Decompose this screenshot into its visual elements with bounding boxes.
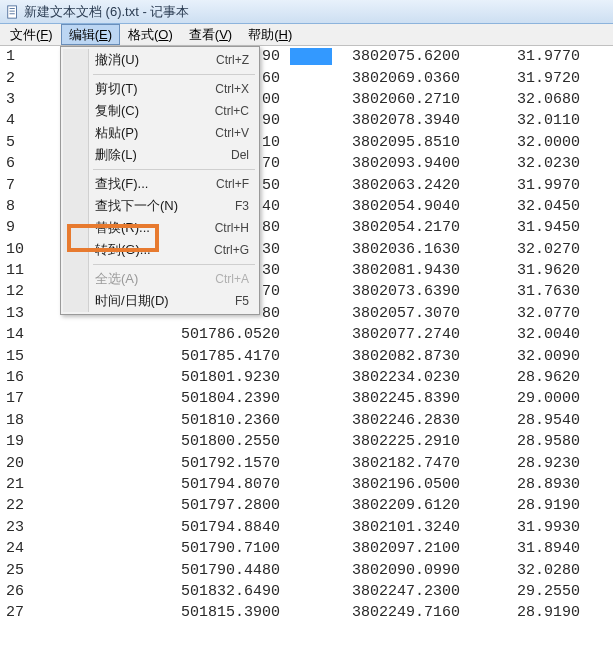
col2-value: 3802077.2740 — [290, 326, 470, 343]
line-number: 20 — [0, 455, 40, 472]
line-number: 22 — [0, 497, 40, 514]
line-number: 13 — [0, 305, 40, 322]
line-number: 25 — [0, 562, 40, 579]
col2-value: 3802209.6120 — [290, 497, 470, 514]
col1-value: 501800.2550 — [40, 433, 290, 450]
line-number: 9 — [0, 219, 40, 236]
col2-value: 3802095.8510 — [290, 134, 470, 151]
edit-undo[interactable]: 撤消(U) Ctrl+Z — [63, 49, 257, 71]
col3-value: 32.0280 — [470, 562, 590, 579]
col1-value: 501815.3900 — [40, 604, 290, 621]
text-line: 19501800.25503802225.291028.9580 — [0, 431, 613, 452]
line-number: 7 — [0, 177, 40, 194]
col1-value: 501794.8840 — [40, 519, 290, 536]
text-line: 27501815.39003802249.716028.9190 — [0, 602, 613, 623]
col3-value: 31.9770 — [470, 48, 590, 65]
line-number: 26 — [0, 583, 40, 600]
col2-value: 3802036.1630 — [290, 241, 470, 258]
col3-value: 32.0450 — [470, 198, 590, 215]
col3-value: 28.9190 — [470, 604, 590, 621]
text-line: 23501794.88403802101.324031.9930 — [0, 517, 613, 538]
col3-value: 29.2550 — [470, 583, 590, 600]
line-number: 2 — [0, 70, 40, 87]
col2-value: 3802078.3940 — [290, 112, 470, 129]
line-number: 6 — [0, 155, 40, 172]
col3-value: 28.9580 — [470, 433, 590, 450]
col1-value: 501792.1570 — [40, 455, 290, 472]
col3-value: 31.8940 — [470, 540, 590, 557]
col2-value: 3802234.0230 — [290, 369, 470, 386]
edit-paste[interactable]: 粘贴(P) Ctrl+V — [63, 122, 257, 144]
menu-view[interactable]: 查看(V) — [181, 24, 240, 45]
menu-file[interactable]: 文件(F) — [2, 24, 61, 45]
col2-value: 3802101.3240 — [290, 519, 470, 536]
col1-value: 501790.7100 — [40, 540, 290, 557]
text-line: 15501785.41703802082.873032.0090 — [0, 345, 613, 366]
col3-value: 32.0270 — [470, 241, 590, 258]
col1-value: 501786.0520 — [40, 326, 290, 343]
col3-value: 28.9230 — [470, 455, 590, 472]
col1-value: 501804.2390 — [40, 390, 290, 407]
col3-value: 32.0110 — [470, 112, 590, 129]
col1-value: 501785.4170 — [40, 348, 290, 365]
line-number: 14 — [0, 326, 40, 343]
col2-value: 3802245.8390 — [290, 390, 470, 407]
notepad-icon — [6, 5, 20, 19]
line-number: 17 — [0, 390, 40, 407]
col2-value: 3802196.0500 — [290, 476, 470, 493]
col3-value: 28.8930 — [470, 476, 590, 493]
line-number: 10 — [0, 241, 40, 258]
edit-dropdown: 撤消(U) Ctrl+Z 剪切(T) Ctrl+X 复制(C) Ctrl+C 粘… — [60, 46, 260, 315]
menu-format[interactable]: 格式(O) — [120, 24, 181, 45]
col3-value: 32.0770 — [470, 305, 590, 322]
col2-value: 3802090.0990 — [290, 562, 470, 579]
line-number: 11 — [0, 262, 40, 279]
line-number: 16 — [0, 369, 40, 386]
edit-find[interactable]: 查找(F)... Ctrl+F — [63, 173, 257, 195]
svg-rect-0 — [8, 5, 17, 17]
col2-value: 3802249.7160 — [290, 604, 470, 621]
line-number: 24 — [0, 540, 40, 557]
col2-value: 3802081.9430 — [290, 262, 470, 279]
text-line: 16501801.92303802234.023028.9620 — [0, 367, 613, 388]
edit-replace[interactable]: 替换(R)... Ctrl+H — [63, 217, 257, 239]
col2-value: 3802054.9040 — [290, 198, 470, 215]
col1-value: 501797.2800 — [40, 497, 290, 514]
edit-delete[interactable]: 删除(L) Del — [63, 144, 257, 166]
edit-cut[interactable]: 剪切(T) Ctrl+X — [63, 78, 257, 100]
col2-value: 3802246.2830 — [290, 412, 470, 429]
edit-time-date[interactable]: 时间/日期(D) F5 — [63, 290, 257, 312]
edit-select-all[interactable]: 全选(A) Ctrl+A — [63, 268, 257, 290]
edit-copy[interactable]: 复制(C) Ctrl+C — [63, 100, 257, 122]
col2-value: 3802075.6200 — [332, 48, 470, 65]
col3-value: 32.0000 — [470, 134, 590, 151]
col2-value: 3802225.2910 — [290, 433, 470, 450]
col1-value: 501790.4480 — [40, 562, 290, 579]
line-number: 15 — [0, 348, 40, 365]
line-number: 27 — [0, 604, 40, 621]
col2-value: 3802063.2420 — [290, 177, 470, 194]
line-number: 21 — [0, 476, 40, 493]
col2-value: 3802093.9400 — [290, 155, 470, 172]
line-number: 18 — [0, 412, 40, 429]
separator — [93, 74, 255, 75]
col1-value: 501801.9230 — [40, 369, 290, 386]
text-line: 26501832.64903802247.230029.2550 — [0, 581, 613, 602]
edit-find-next[interactable]: 查找下一个(N) F3 — [63, 195, 257, 217]
text-line: 21501794.80703802196.050028.8930 — [0, 474, 613, 495]
line-number: 4 — [0, 112, 40, 129]
menu-edit[interactable]: 编辑(E) — [61, 24, 120, 45]
col2-value: 3802060.2710 — [290, 91, 470, 108]
col3-value: 31.9720 — [470, 70, 590, 87]
col3-value: 32.0090 — [470, 348, 590, 365]
col3-value: 28.9620 — [470, 369, 590, 386]
line-number: 8 — [0, 198, 40, 215]
col2-value: 3802247.2300 — [290, 583, 470, 600]
edit-goto[interactable]: 转到(G)... Ctrl+G — [63, 239, 257, 261]
menu-help[interactable]: 帮助(H) — [240, 24, 300, 45]
line-number: 5 — [0, 134, 40, 151]
line-number: 23 — [0, 519, 40, 536]
col3-value: 29.0000 — [470, 390, 590, 407]
line-number: 19 — [0, 433, 40, 450]
separator — [93, 169, 255, 170]
